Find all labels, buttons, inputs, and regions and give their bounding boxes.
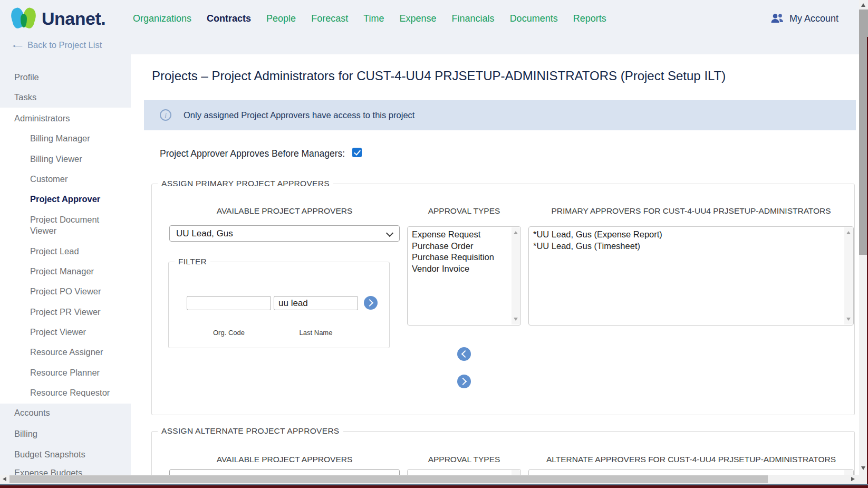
people-icon <box>770 13 785 24</box>
sidebar-item-resource-requestor[interactable]: Resource Requestor <box>30 387 122 398</box>
back-arrow-icon: ← <box>9 40 26 50</box>
filter-legend: FILTER <box>175 257 210 266</box>
horizontal-scrollbar-thumb[interactable] <box>9 475 768 483</box>
last-name-label: Last Name <box>274 329 358 337</box>
unanet-logo[interactable]: Unanet. <box>11 7 105 30</box>
info-banner: Only assigned Project Approvers have acc… <box>144 100 856 130</box>
sidebar-item-accounts[interactable]: Accounts <box>14 407 50 418</box>
primary-approvers-listbox[interactable]: *UU Lead, Gus (Expense Report) *UU Lead,… <box>528 226 854 326</box>
assign-primary-approvers-section: ASSIGN PRIMARY PROJECT APPROVERS AVAILAB… <box>151 184 855 415</box>
assign-alternate-approvers-section: ASSIGN ALTERNATE PROJECT APPROVERS AVAIL… <box>151 431 855 475</box>
scroll-right-icon[interactable] <box>851 477 855 481</box>
back-row: ← Back to Project List <box>0 37 868 54</box>
listbox-scrollbar[interactable] <box>512 470 520 475</box>
primary-section-legend: ASSIGN PRIMARY PROJECT APPROVERS <box>158 179 333 188</box>
filter-go-button[interactable] <box>364 296 378 310</box>
chevron-right-icon <box>459 378 467 385</box>
main-nav: Organizations Contracts People Forecast … <box>133 0 606 37</box>
scroll-up-icon <box>514 231 518 234</box>
nav-financials[interactable]: Financials <box>452 13 495 24</box>
assigned-approver-option[interactable]: *UU Lead, Gus (Expense Report) <box>529 229 844 241</box>
sidebar-item-billing[interactable]: Billing <box>14 428 37 439</box>
scroll-up-icon <box>846 231 851 234</box>
my-account-menu[interactable]: My Account <box>770 0 838 37</box>
alternate-approvers-header: ALTERNATE APPROVERS FOR CUST-4-UU4 PRJSE… <box>528 455 854 464</box>
scroll-left-icon[interactable] <box>3 477 6 481</box>
nav-forecast[interactable]: Forecast <box>311 13 348 24</box>
sidebar-item-profile[interactable]: Profile <box>14 72 39 83</box>
approval-types-header: APPROVAL TYPES <box>407 455 521 464</box>
sidebar-item-project-pr-viewer[interactable]: Project PR Viewer <box>30 307 122 318</box>
move-left-button[interactable] <box>457 347 471 361</box>
nav-time[interactable]: Time <box>363 13 384 24</box>
nav-organizations[interactable]: Organizations <box>133 13 191 24</box>
sidebar-item-tasks[interactable]: Tasks <box>14 92 36 103</box>
my-account-label: My Account <box>789 13 838 24</box>
info-banner-text: Only assigned Project Approvers have acc… <box>184 110 414 120</box>
window-edge-bottom <box>0 485 868 488</box>
org-code-label: Org. Code <box>187 329 271 337</box>
sidebar-item-resource-planner[interactable]: Resource Planner <box>30 367 122 378</box>
last-name-input[interactable] <box>274 296 358 310</box>
approval-type-option[interactable]: Purchase Order <box>408 241 511 252</box>
filter-box: FILTER Org. Code Last Name <box>168 262 390 348</box>
sidebar-item-project-document-viewer[interactable]: Project Document Viewer <box>30 214 122 236</box>
page-title: Projects – Project Administrators for CU… <box>152 69 726 83</box>
chevron-right-icon <box>366 299 373 307</box>
back-link-label: Back to Project List <box>27 40 102 50</box>
nav-reports[interactable]: Reports <box>573 13 606 24</box>
alternate-approvers-listbox[interactable] <box>528 469 854 475</box>
listbox-scrollbar[interactable] <box>844 470 853 475</box>
approval-type-option[interactable]: Expense Request <box>408 229 511 241</box>
assigned-approver-option[interactable]: *UU Lead, Gus (Timesheet) <box>529 241 844 252</box>
sidebar-item-administrators[interactable]: Administrators <box>14 113 70 124</box>
available-approvers-select[interactable]: UU Lead, Gus <box>169 225 400 242</box>
sidebar-item-billing-manager[interactable]: Billing Manager <box>30 133 122 144</box>
sidebar-item-resource-assigner[interactable]: Resource Assigner <box>30 347 122 358</box>
main-content: Projects – Project Administrators for CU… <box>131 54 859 475</box>
nav-contracts[interactable]: Contracts <box>207 13 251 24</box>
nav-documents[interactable]: Documents <box>510 13 558 24</box>
approval-type-option[interactable]: Purchase Requisition <box>408 252 511 263</box>
scroll-down-icon <box>514 318 518 321</box>
available-approvers-header: AVAILABLE PROJECT APPROVERS <box>169 206 400 216</box>
nav-expense[interactable]: Expense <box>400 13 437 24</box>
org-code-input[interactable] <box>187 296 271 310</box>
sidebar-item-customer[interactable]: Customer <box>30 174 122 185</box>
alternate-section-legend: ASSIGN ALTERNATE PROJECT APPROVERS <box>158 426 343 436</box>
approval-types-listbox[interactable] <box>407 469 521 475</box>
sidebar-item-project-viewer[interactable]: Project Viewer <box>30 327 122 338</box>
approver-before-managers-label: Project Approver Approves Before Manager… <box>160 148 345 159</box>
sidebar-item-project-lead[interactable]: Project Lead <box>30 246 122 257</box>
back-to-project-list-link[interactable]: ← Back to Project List <box>13 40 102 50</box>
sidebar-item-project-approver[interactable]: Project Approver <box>30 194 122 205</box>
available-approvers-select[interactable] <box>169 469 400 475</box>
available-approvers-header: AVAILABLE PROJECT APPROVERS <box>169 455 400 464</box>
primary-approvers-header: PRIMARY APPROVERS FOR CUST-4-UU4 PRJSETU… <box>528 206 854 216</box>
listbox-scrollbar[interactable] <box>844 227 853 324</box>
unanet-logo-text: Unanet. <box>42 8 105 29</box>
available-approvers-selected-value: UU Lead, Gus <box>176 228 233 239</box>
approval-types-listbox[interactable]: Expense Request Purchase Order Purchase … <box>407 226 521 326</box>
scroll-up-icon[interactable] <box>861 3 865 7</box>
horizontal-scrollbar[interactable] <box>0 475 859 484</box>
approval-types-header: APPROVAL TYPES <box>407 206 521 216</box>
chevron-down-icon <box>386 229 393 237</box>
nav-people[interactable]: People <box>266 13 296 24</box>
sidebar-item-project-po-viewer[interactable]: Project PO Viewer <box>30 286 122 297</box>
info-icon <box>160 109 171 121</box>
chevron-left-icon <box>461 350 469 358</box>
approval-type-option[interactable]: Vendor Invoice <box>408 263 511 275</box>
sidebar: Profile Tasks Administrators Billing Man… <box>0 54 131 488</box>
sidebar-item-budget-snapshots[interactable]: Budget Snapshots <box>14 449 85 460</box>
sidebar-item-project-manager[interactable]: Project Manager <box>30 266 122 277</box>
top-navigation-bar: Unanet. Organizations Contracts People F… <box>0 0 868 37</box>
approver-before-managers-checkbox[interactable] <box>352 148 362 157</box>
unanet-app-window: Unanet. Organizations Contracts People F… <box>0 0 868 488</box>
listbox-scrollbar[interactable] <box>512 227 520 324</box>
scroll-down-icon <box>846 318 851 321</box>
unanet-logo-icon <box>11 7 37 30</box>
scroll-down-icon[interactable] <box>861 466 865 470</box>
sidebar-item-billing-viewer[interactable]: Billing Viewer <box>30 154 122 165</box>
move-right-button[interactable] <box>457 375 471 388</box>
